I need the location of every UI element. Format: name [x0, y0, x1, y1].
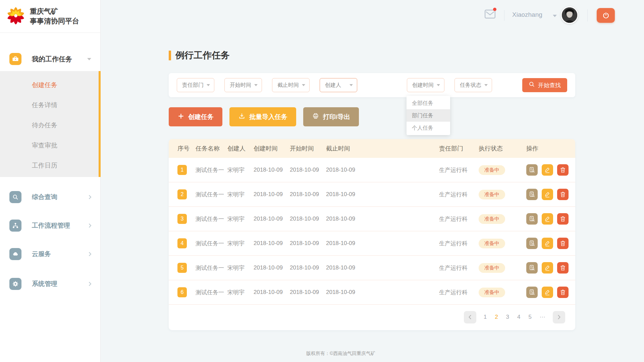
header-divider [504, 10, 504, 21]
chevron-down-icon [302, 84, 305, 86]
created-date-cell: 2018-10-09 [254, 167, 290, 173]
table-row: 5 测试任务一 宋明宇 2018-10-09 2018-10-09 2018-1… [169, 256, 575, 280]
title-accent-bar [169, 51, 171, 60]
task-table: 序号 任务名称 创建人 创建时间 开始时间 截止时间 责任部门 执行状态 操作 … [169, 139, 575, 330]
view-button[interactable] [526, 164, 538, 176]
filter-select-create-time[interactable]: 创建时间 全部任务 部门任务 个人任务 [407, 78, 444, 92]
end-date-cell: 2018-10-09 [326, 264, 366, 271]
search-icon [9, 191, 21, 203]
task-name-cell: 测试任务一 [196, 264, 227, 272]
view-button[interactable] [526, 238, 538, 249]
chevron-down-icon [484, 84, 488, 86]
page-number-2[interactable]: 2 [495, 314, 498, 320]
edit-button[interactable] [542, 238, 553, 249]
sidebar-item-review-approve[interactable]: 审查审批 [0, 135, 101, 156]
logout-power-button[interactable] [597, 8, 615, 23]
chevron-down-icon[interactable] [553, 15, 557, 17]
delete-button[interactable] [557, 189, 569, 200]
username-label[interactable]: Xiaozhang [512, 11, 542, 18]
filter-select-end-time[interactable]: 截止时间 [272, 78, 310, 92]
status-badge: 准备中 [479, 190, 505, 199]
view-button[interactable] [526, 213, 538, 225]
status-cell: 准备中 [479, 214, 526, 224]
created-date-cell: 2018-10-09 [254, 264, 290, 271]
start-date-cell: 2018-10-09 [290, 264, 326, 271]
pagination-pages: 12345··· [480, 314, 549, 320]
status-badge: 准备中 [479, 165, 505, 175]
filter-label: 截止时间 [277, 82, 299, 89]
print-export-button[interactable]: 打印/导出 [303, 107, 359, 126]
delete-button[interactable] [557, 213, 569, 225]
view-button[interactable] [526, 262, 538, 274]
batch-import-button[interactable]: 批量导入任务 [229, 107, 296, 126]
filter-select-start-time[interactable]: 开始时间 [224, 78, 262, 92]
col-header-name: 任务名称 [196, 144, 227, 153]
row-no-cell: 4 [169, 238, 196, 248]
sidebar-item-task-detail[interactable]: 任务详情 [0, 95, 101, 115]
view-button[interactable] [526, 189, 538, 200]
sidebar-group-my-tasks[interactable]: 我的工作任务 [0, 50, 101, 68]
edit-button[interactable] [542, 189, 553, 200]
chevron-right-icon [89, 252, 92, 258]
start-date-cell: 2018-10-09 [290, 240, 326, 247]
page-number-3[interactable]: 3 [506, 314, 509, 320]
delete-button[interactable] [557, 287, 569, 298]
row-no-cell: 1 [169, 165, 196, 175]
sidebar-item-create-task[interactable]: 创建任务 [0, 75, 101, 95]
task-name-cell: 测试任务一 [196, 289, 227, 296]
status-cell: 准备中 [479, 288, 526, 297]
table-row: 6 测试任务一 宋明宇 2018-10-09 2018-10-09 2018-1… [169, 280, 575, 305]
filter-select-creator[interactable]: 创建人 [320, 78, 357, 92]
end-date-cell: 2018-10-09 [326, 167, 366, 173]
sidebar-section-workflow[interactable]: 工作流程管理 [0, 216, 101, 235]
status-badge: 准备中 [479, 239, 505, 248]
edit-button[interactable] [542, 287, 553, 298]
page-number-5[interactable]: 5 [529, 314, 532, 320]
page-number-1[interactable]: 1 [484, 314, 487, 320]
header-divider [587, 9, 588, 21]
filter-select-task-status[interactable]: 任务状态 [454, 78, 492, 92]
dropdown-option-all-tasks[interactable]: 全部任务 [407, 97, 450, 109]
gear-icon [9, 278, 21, 290]
delete-button[interactable] [557, 238, 569, 249]
brand-title: 重庆气矿 事事清协同平台 [30, 7, 79, 26]
task-name-cell: 测试任务一 [196, 166, 227, 174]
page-number-4[interactable]: 4 [517, 314, 520, 320]
sidebar-item-work-calendar[interactable]: 工作日历 [0, 156, 101, 176]
edit-button[interactable] [542, 164, 553, 176]
sidebar-section-system[interactable]: 系统管理 [0, 275, 101, 293]
sidebar-section-query[interactable]: 综合查询 [0, 188, 101, 206]
status-cell: 准备中 [479, 239, 526, 248]
edit-button[interactable] [542, 262, 553, 274]
view-button[interactable] [526, 287, 538, 298]
creator-cell: 宋明宇 [227, 289, 254, 296]
sidebar-submenu: 创建任务 任务详情 待办任务 审查审批 工作日历 [0, 71, 101, 177]
department-cell: 生产运行科 [439, 215, 479, 223]
dropdown-option-department-tasks[interactable]: 部门任务 [407, 109, 450, 122]
dropdown-option-personal-tasks[interactable]: 个人任务 [407, 122, 450, 134]
delete-button[interactable] [557, 164, 569, 176]
sidebar-item-todo-tasks[interactable]: 待办任务 [0, 115, 101, 135]
delete-button[interactable] [557, 262, 569, 274]
edit-button[interactable] [542, 213, 553, 225]
prev-page-button[interactable] [464, 311, 476, 323]
col-header-no: 序号 [169, 144, 196, 153]
col-header-dept: 责任部门 [439, 144, 479, 153]
end-date-cell: 2018-10-09 [326, 191, 366, 198]
row-actions [526, 238, 575, 249]
sidebar-section-label: 综合查询 [32, 193, 57, 201]
next-page-button[interactable] [553, 311, 565, 323]
page-ellipsis: ··· [540, 314, 545, 320]
search-button-label: 开始查找 [538, 81, 561, 89]
sidebar-section-cloud[interactable]: 云服务 [0, 245, 101, 263]
create-task-button[interactable]: 创建任务 [169, 107, 222, 126]
avatar[interactable] [561, 6, 578, 24]
department-cell: 生产运行科 [439, 240, 479, 247]
filter-select-department[interactable]: 责任部门 [177, 78, 214, 92]
chevron-down-icon [87, 58, 91, 60]
table-row: 1 测试任务一 宋明宇 2018-10-09 2018-10-09 2018-1… [169, 158, 575, 182]
start-date-cell: 2018-10-09 [290, 191, 326, 198]
search-button[interactable]: 开始查找 [522, 78, 567, 92]
chevron-right-icon [89, 195, 92, 201]
page-title: 例行工作任务 [175, 49, 230, 61]
